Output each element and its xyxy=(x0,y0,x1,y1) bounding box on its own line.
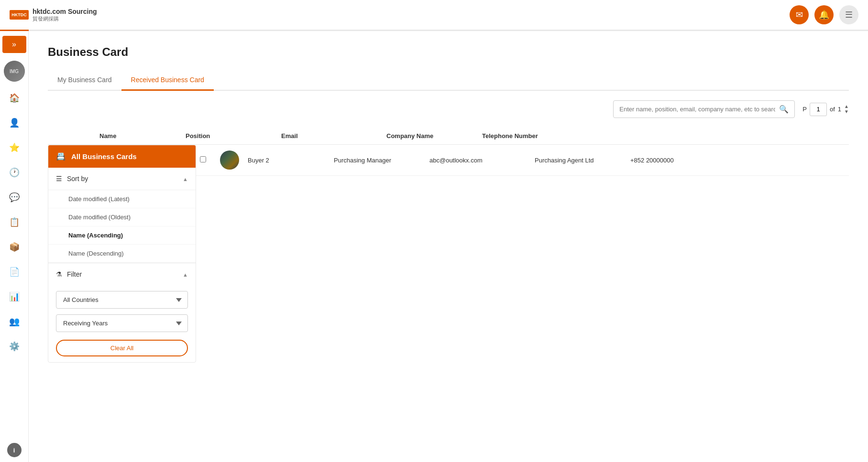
avatar-image xyxy=(220,150,239,170)
tab-my-business-card[interactable]: My Business Card xyxy=(48,70,121,91)
brand-subtitle: 貿發網採購 xyxy=(33,15,97,22)
col-checkbox xyxy=(48,132,67,140)
logo-text: hktdc.com Sourcing 貿發網採購 xyxy=(33,8,97,22)
row-checkbox[interactable] xyxy=(200,156,206,162)
all-cards-label: All Business Cards xyxy=(71,152,137,161)
sort-option-name-asc[interactable]: Name (Ascending) xyxy=(48,226,196,245)
filter-chevron-icon xyxy=(183,270,188,279)
info-button[interactable]: i xyxy=(7,443,22,457)
search-box: 🔍 xyxy=(613,100,795,118)
sort-option-date-oldest[interactable]: Date modified (Oldest) xyxy=(48,208,196,226)
content-area: Business Card My Business Card Received … xyxy=(29,31,868,462)
tab-received-business-card[interactable]: Received Business Card xyxy=(121,70,214,91)
row-checkbox-cell xyxy=(196,156,215,164)
table-header: Name Position Email Company Name Telepho… xyxy=(48,128,849,145)
content-with-panel: 📇 All Business Cards ☰ Sort by Date modi… xyxy=(48,145,849,363)
logo-area: HKTDC hktdc.com Sourcing 貿發網採購 xyxy=(10,8,97,22)
sidebar-item-settings[interactable]: ⚙️ xyxy=(4,336,25,357)
row-name: Buyer 2 xyxy=(244,157,330,164)
sort-section: ☰ Sort by Date modified (Latest) Date mo… xyxy=(48,168,196,263)
row-avatar-cell xyxy=(215,150,244,170)
menu-button[interactable]: ☰ xyxy=(839,5,858,24)
col-company: Company Name xyxy=(383,132,478,140)
row-telephone: +852 20000000 xyxy=(626,157,849,164)
sort-icon: ☰ xyxy=(56,175,62,183)
sort-option-name-desc[interactable]: Name (Descending) xyxy=(48,245,196,263)
header-actions: ✉ 🔔 ☰ xyxy=(790,5,858,24)
row-email: abc@outlookx.com xyxy=(426,157,531,164)
sidebar-item-orders[interactable]: 📋 xyxy=(4,212,25,233)
search-icon[interactable]: 🔍 xyxy=(779,105,789,114)
sort-option-date-latest[interactable]: Date modified (Latest) xyxy=(48,190,196,208)
total-pages: 1 xyxy=(838,106,841,113)
sidebar: » IMG 🏠 👤 ⭐ 🕐 💬 📋 📦 📄 📊 👥 ⚙️ i xyxy=(0,31,29,462)
sort-section-header[interactable]: ☰ Sort by xyxy=(48,168,196,190)
left-panel: 📇 All Business Cards ☰ Sort by Date modi… xyxy=(48,145,196,363)
sidebar-item-history[interactable]: 🕐 xyxy=(4,162,25,183)
mail-button[interactable]: ✉ xyxy=(790,5,809,24)
table-area: Buyer 2 Purchasing Manager abc@outlookx.… xyxy=(196,145,849,363)
main-layout: » IMG 🏠 👤 ⭐ 🕐 💬 📋 📦 📄 📊 👥 ⚙️ i Business … xyxy=(0,31,868,462)
toggle-icon: » xyxy=(12,40,16,49)
business-card-icon: 📇 xyxy=(56,152,66,161)
col-name: Name xyxy=(96,132,182,140)
sort-chevron-icon xyxy=(183,174,188,183)
page-down-arrow[interactable]: ▼ xyxy=(844,109,849,114)
receiving-years-select[interactable]: Receiving Years xyxy=(56,314,188,332)
col-position: Position xyxy=(182,132,277,140)
pagination: P of 1 ▲ ▼ xyxy=(802,103,849,116)
sort-label: Sort by xyxy=(67,175,88,183)
page-label-p: P xyxy=(802,106,807,113)
sidebar-item-products[interactable]: 📦 xyxy=(4,236,25,258)
filter-controls: All Countries Receiving Years Clear All xyxy=(48,285,196,362)
filter-icon: ⚗ xyxy=(56,270,62,278)
page-label-of: of xyxy=(830,106,835,113)
sidebar-item-documents[interactable]: 📄 xyxy=(4,261,25,282)
page-title: Business Card xyxy=(48,45,849,59)
filter-section-header[interactable]: ⚗ Filter xyxy=(48,263,196,285)
logo-icon-text: HKTDC xyxy=(11,12,27,17)
col-avatar xyxy=(67,132,96,140)
sidebar-avatar: IMG xyxy=(4,61,25,82)
sidebar-item-user[interactable]: 👤 xyxy=(4,112,25,133)
col-email: Email xyxy=(277,132,383,140)
bell-button[interactable]: 🔔 xyxy=(814,5,834,24)
page-arrows: ▲ ▼ xyxy=(844,104,849,114)
sidebar-toggle-button[interactable]: » xyxy=(2,36,26,53)
table-row: Buyer 2 Purchasing Manager abc@outlookx.… xyxy=(196,145,849,176)
sidebar-item-favorites[interactable]: ⭐ xyxy=(4,137,25,158)
sidebar-bottom: i xyxy=(7,443,22,457)
top-header: HKTDC hktdc.com Sourcing 貿發網採購 ✉ 🔔 ☰ xyxy=(0,0,868,31)
brand-name: hktdc.com Sourcing xyxy=(33,8,97,15)
countries-select[interactable]: All Countries xyxy=(56,291,188,309)
hktdc-logo-icon: HKTDC xyxy=(10,10,29,20)
search-pagination-row: 🔍 P of 1 ▲ ▼ xyxy=(48,91,849,128)
sidebar-item-messages[interactable]: 💬 xyxy=(4,187,25,208)
sort-section-left: ☰ Sort by xyxy=(56,175,88,183)
sidebar-item-home[interactable]: 🏠 xyxy=(4,87,25,108)
clear-all-button[interactable]: Clear All xyxy=(56,340,188,356)
contact-avatar xyxy=(220,150,239,170)
filter-section-left: ⚗ Filter xyxy=(56,270,82,278)
col-telephone: Telephone Number xyxy=(478,132,849,140)
tabs-container: My Business Card Received Business Card xyxy=(48,70,849,91)
page-up-arrow[interactable]: ▲ xyxy=(844,104,849,109)
filter-label: Filter xyxy=(67,270,82,278)
row-company: Purchasing Agent Ltd xyxy=(531,157,626,164)
row-position: Purchasing Manager xyxy=(330,157,426,164)
sidebar-item-reports[interactable]: 📊 xyxy=(4,286,25,307)
all-business-cards-header[interactable]: 📇 All Business Cards xyxy=(48,145,196,168)
search-input[interactable] xyxy=(619,106,775,113)
page-number-input[interactable] xyxy=(810,103,827,116)
filter-section: ⚗ Filter All Countries Receiving Years C… xyxy=(48,263,196,362)
sidebar-item-contacts[interactable]: 👥 xyxy=(4,311,25,332)
